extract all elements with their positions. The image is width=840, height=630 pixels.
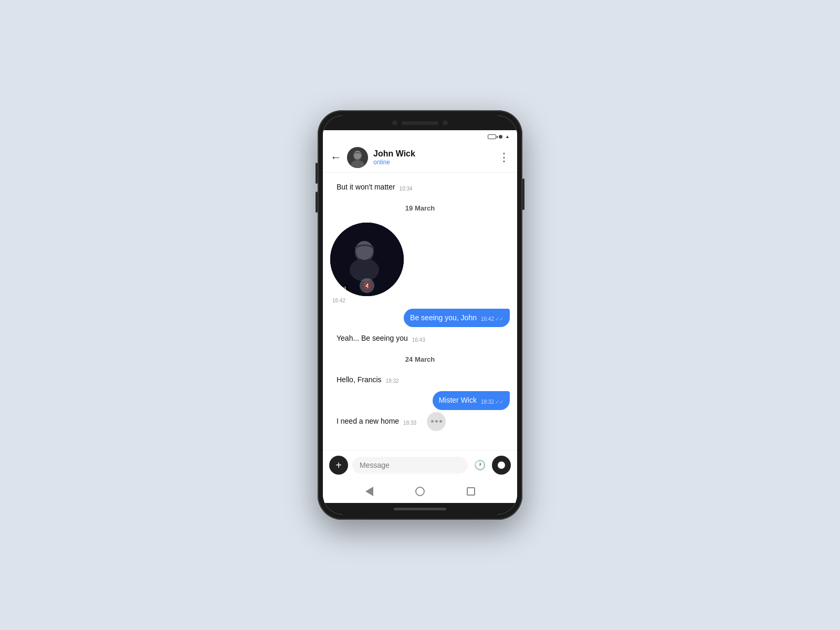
volume-up-button[interactable] (316, 163, 318, 184)
home-circle-icon (415, 487, 425, 496)
contact-status: online (373, 159, 498, 166)
date-divider: 19 March (330, 204, 510, 212)
status-bar: ▲ (323, 130, 517, 143)
phone-device: ▲ ← John Wick online ⋮ (318, 110, 522, 520)
phone-screen: ▲ ← John Wick online ⋮ (323, 116, 517, 514)
add-attachment-button[interactable]: + (329, 456, 348, 475)
video-circle[interactable]: 0:03 🔇 (330, 223, 404, 296)
avatar[interactable] (347, 147, 368, 168)
message-row: I need a new home 18:33 (330, 412, 510, 431)
message-row: Yeah... Be seeing you 16:43 (330, 329, 510, 348)
message-text: I need a new home (337, 416, 399, 427)
wifi-icon: ▲ (505, 134, 510, 139)
svg-point-3 (354, 151, 361, 159)
message-row: Mister Wick 18:32 ✓✓ (330, 391, 510, 410)
message-time: 10:34 (400, 185, 413, 193)
record-button[interactable] (492, 456, 511, 475)
message-time: 18:33 (403, 419, 416, 427)
message-time: 16:42 (481, 316, 494, 323)
typing-indicator (427, 412, 446, 431)
read-tick: ✓✓ (495, 398, 503, 406)
chat-messages: But it won't matter 10:34 19 March (323, 173, 517, 450)
message-text: Hello, Francis (337, 375, 382, 385)
chat-header: ← John Wick online ⋮ (323, 143, 517, 173)
message-time: 18:32 (386, 377, 399, 385)
phone-bottom-bar (323, 503, 517, 514)
nav-back-button[interactable] (361, 484, 377, 499)
nav-home-button[interactable] (412, 484, 428, 499)
message-text: Yeah... Be seeing you (337, 333, 408, 344)
sensor (443, 120, 448, 125)
battery-icon (488, 134, 496, 139)
typing-dot (439, 420, 442, 423)
read-tick: ✓✓ (495, 316, 503, 323)
message-row: Hello, Francis 18:32 (330, 371, 510, 390)
back-triangle-icon (365, 487, 373, 496)
video-duration: 0:03 (333, 285, 349, 293)
incoming-bubble: I need a new home 18:33 (330, 412, 423, 431)
video-time: 16:42 (332, 298, 404, 303)
chat-input-row: + 🕐 (323, 450, 517, 480)
message-row: But it won't matter 10:34 (330, 178, 510, 197)
outgoing-bubble: Mister Wick 18:32 ✓✓ (433, 391, 510, 410)
more-options-button[interactable]: ⋮ (498, 151, 510, 164)
date-divider: 24 March (330, 355, 510, 363)
video-thumbnail: 0:03 🔇 (330, 223, 404, 296)
front-camera (392, 120, 397, 125)
contact-name: John Wick (373, 149, 498, 159)
contact-info: John Wick online (373, 149, 498, 166)
signal-icon (499, 135, 502, 139)
power-button[interactable] (522, 178, 524, 210)
message-time: 18:32 (481, 398, 494, 406)
navigation-bar (323, 480, 517, 503)
home-indicator (394, 508, 446, 510)
nav-recent-button[interactable] (463, 484, 479, 499)
incoming-bubble: Yeah... Be seeing you 16:43 (330, 329, 432, 348)
incoming-bubble: But it won't matter 10:34 (330, 178, 419, 197)
earpiece-speaker (402, 121, 438, 125)
back-button[interactable]: ← (330, 151, 342, 164)
message-text: But it won't matter (337, 182, 395, 193)
message-row: Be seeing you, John 16:42 ✓✓ (330, 309, 510, 328)
outgoing-bubble: Be seeing you, John 16:42 ✓✓ (404, 309, 510, 328)
typing-dot (435, 420, 438, 423)
message-input[interactable] (352, 457, 468, 474)
typing-dot (431, 420, 434, 423)
clock-button[interactable]: 🕐 (472, 457, 488, 473)
incoming-bubble: Hello, Francis 18:32 (330, 371, 405, 390)
recent-square-icon (467, 487, 475, 496)
record-dot-icon (498, 461, 505, 469)
message-text: Be seeing you, John (410, 313, 477, 323)
message-time: 16:43 (412, 337, 425, 344)
volume-down-button[interactable] (316, 192, 318, 213)
phone-top-notch (323, 116, 517, 130)
video-mute-button[interactable]: 🔇 (360, 278, 374, 293)
message-text: Mister Wick (439, 395, 477, 406)
message-row: 0:03 🔇 16:42 (330, 219, 510, 307)
video-message[interactable]: 0:03 🔇 16:42 (330, 223, 404, 303)
